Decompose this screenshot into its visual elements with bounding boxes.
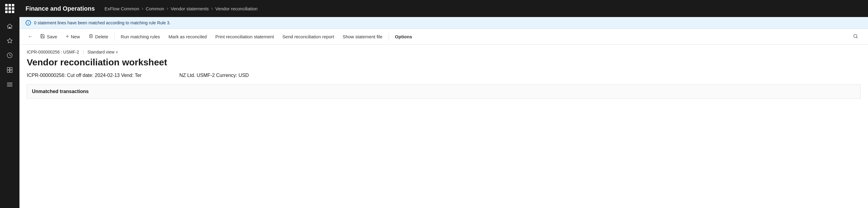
print-reconciliation-button[interactable]: Print reconciliation statement [212, 31, 278, 42]
record-header-divider: | [83, 50, 84, 54]
show-statement-label: Show statement file [343, 34, 382, 39]
record-details-right: NZ Ltd. USMF-2 Currency: USD [179, 73, 249, 78]
nav-item-workspaces[interactable] [2, 63, 17, 77]
svg-rect-4 [10, 67, 12, 70]
workspace-icon [6, 67, 13, 73]
nav-item-favorites[interactable] [2, 34, 17, 48]
svg-line-12 [857, 37, 857, 38]
modules-icon [6, 81, 13, 88]
search-icon [853, 33, 858, 40]
chevron-down-icon: ∨ [116, 50, 118, 54]
svg-marker-1 [7, 38, 12, 43]
content-area: ICPR-000000256 : USMF-2 | Standard view … [20, 45, 868, 208]
back-arrow-icon: ← [28, 33, 33, 40]
nav-item-home[interactable] [2, 20, 17, 33]
record-id: ICPR-000000256 : USMF-2 [27, 50, 79, 54]
breadcrumb-sep-3: › [211, 6, 213, 11]
delete-label: Delete [95, 34, 108, 39]
top-bar: Finance and Operations ExFlow Common › C… [20, 0, 868, 17]
page-title: Vendor reconciliation worksheet [27, 57, 861, 68]
new-label: New [71, 34, 80, 39]
view-selector[interactable]: Standard view ∨ [88, 50, 119, 54]
svg-point-11 [854, 34, 857, 38]
nav-items-list [0, 17, 20, 91]
send-reconciliation-label: Send reconciliation report [282, 34, 334, 39]
mark-as-reconciled-button[interactable]: Mark as reconciled [165, 31, 210, 42]
toolbar-divider-1 [114, 33, 115, 40]
run-matching-rules-button[interactable]: Run matching rules [117, 31, 163, 42]
breadcrumb-vendor-statements[interactable]: Vendor statements [171, 6, 209, 11]
run-matching-label: Run matching rules [121, 34, 160, 39]
breadcrumb-common[interactable]: Common [146, 6, 164, 11]
svg-rect-6 [10, 70, 12, 72]
svg-rect-0 [9, 27, 11, 29]
nav-item-modules[interactable] [2, 78, 17, 91]
svg-rect-3 [7, 67, 9, 70]
info-icon: i [26, 20, 31, 26]
delete-trash-icon [89, 34, 93, 40]
section-title: Unmatched transactions [32, 89, 89, 94]
clock-icon [6, 52, 13, 59]
send-reconciliation-button[interactable]: Send reconciliation report [279, 31, 338, 42]
star-icon [6, 37, 13, 44]
breadcrumb-sep-2: › [166, 6, 168, 11]
main-area: Finance and Operations ExFlow Common › C… [20, 0, 868, 208]
search-button[interactable] [849, 31, 862, 42]
app-logo-area[interactable] [0, 0, 20, 17]
app-grid-icon [5, 4, 14, 13]
new-plus-icon: + [66, 33, 69, 40]
save-svg-icon [40, 34, 45, 39]
record-details: ICPR-000000256: Cut off date: 2024-02-13… [27, 73, 861, 78]
save-label: Save [47, 34, 57, 39]
record-header: ICPR-000000256 : USMF-2 | Standard view … [27, 50, 861, 54]
delete-button[interactable]: Delete [85, 31, 112, 42]
home-icon [6, 23, 13, 29]
toolbar: ← Save + New [20, 29, 868, 45]
show-statement-button[interactable]: Show statement file [339, 31, 386, 42]
options-button[interactable]: Options [391, 31, 416, 42]
back-button[interactable]: ← [26, 32, 35, 42]
breadcrumb-sep-1: › [142, 6, 143, 11]
trash-svg-icon [89, 34, 93, 39]
nav-item-recent[interactable] [2, 49, 17, 62]
print-reconciliation-label: Print reconciliation statement [215, 34, 274, 39]
breadcrumb: ExFlow Common › Common › Vendor statemen… [104, 6, 257, 11]
mark-reconciled-label: Mark as reconciled [168, 34, 207, 39]
toolbar-divider-2 [389, 33, 389, 40]
nav-rail [0, 0, 20, 208]
breadcrumb-exflow[interactable]: ExFlow Common [104, 6, 139, 11]
svg-rect-5 [7, 70, 9, 72]
breadcrumb-vendor-reconciliation[interactable]: Vendor reconciliation [215, 6, 257, 11]
view-selector-label: Standard view [88, 50, 115, 54]
record-details-left: ICPR-000000256: Cut off date: 2024-02-13… [27, 73, 142, 78]
info-message: 0 statement lines have been matched acco… [34, 20, 170, 25]
unmatched-transactions-section: Unmatched transactions [27, 84, 861, 99]
app-title: Finance and Operations [26, 5, 95, 12]
new-button[interactable]: + New [62, 31, 84, 42]
save-icon [40, 34, 45, 40]
save-button[interactable]: Save [36, 31, 61, 42]
options-label: Options [395, 34, 412, 39]
info-bar: i 0 statement lines have been matched ac… [20, 17, 868, 29]
